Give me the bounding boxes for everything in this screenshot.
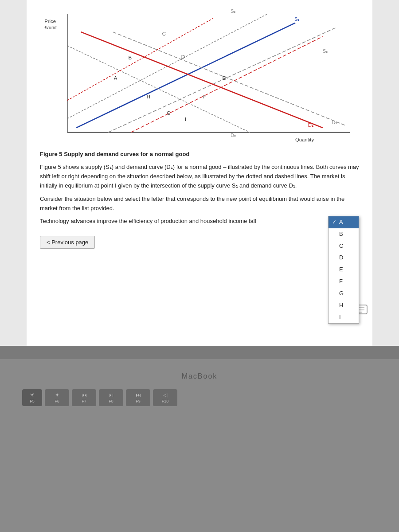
point-i-label: I [185, 117, 186, 122]
content-area: Price £/unit Quantity S₁ S₂ S₃ D₁ [27, 0, 372, 346]
function-key-row: ☀ F5 ✦ F6 ⏮ F7 ⏯ F8 ⏭ F9 ◁ F10 [22, 389, 377, 406]
dropdown-option-c[interactable]: C [329, 240, 359, 252]
prev-page-button[interactable]: < Previous page [40, 236, 95, 249]
svg-line-7 [113, 32, 346, 125]
point-a-label: A [114, 75, 117, 81]
figure-caption: Figure 5 Supply and demand curves for a … [40, 151, 359, 157]
dropdown-option-i[interactable]: I [329, 311, 359, 323]
f9-icon: ⏭ [136, 392, 141, 398]
dropdown-option-e[interactable]: E [329, 264, 359, 276]
f7-icon: ⏮ [82, 392, 87, 398]
point-g-label: G [167, 110, 171, 116]
s1-label: S₁ [294, 16, 300, 22]
brand-label: MacBook [182, 372, 218, 380]
f7-label: F7 [82, 399, 86, 403]
f7-key[interactable]: ⏮ F7 [72, 389, 96, 406]
svg-line-5 [81, 32, 323, 128]
dropdown-option-a[interactable]: ✓A [329, 216, 359, 228]
f8-icon: ⏯ [109, 392, 114, 398]
technology-question-text: Technology advances improve the efficien… [40, 217, 325, 226]
screen: Price £/unit Quantity S₁ S₂ S₃ D₁ [0, 0, 399, 346]
option-check-a: ✓ [332, 218, 339, 227]
f6-label: F6 [55, 399, 59, 403]
point-c-label: C [162, 31, 166, 36]
d2-label: D₂ [231, 133, 236, 138]
f6-key[interactable]: ✦ F6 [45, 389, 69, 406]
s2-label: S₂ [231, 9, 236, 14]
technology-question-row: Technology advances improve the efficien… [40, 217, 359, 229]
f10-label: F10 [162, 399, 169, 403]
f5-icon: ☀ [30, 392, 35, 398]
d1-label: D₁ [308, 122, 313, 128]
x-axis-label: Quantity [295, 137, 314, 142]
answer-dropdown-wrapper[interactable]: ✓ A ✓A B C D [328, 216, 359, 229]
chart-container: Price £/unit Quantity S₁ S₂ S₃ D₁ [40, 9, 359, 146]
point-e-label: E [222, 75, 226, 81]
f9-label: F9 [136, 399, 141, 403]
f10-icon: ◁ [163, 392, 167, 398]
f5-label: F5 [30, 399, 35, 403]
laptop-body: MacBook ☀ F5 ✦ F6 ⏮ F7 ⏯ F8 ⏭ F9 [0, 346, 399, 532]
f5-key[interactable]: ☀ F5 [22, 389, 42, 406]
point-h-label: H [147, 94, 150, 99]
d3-label: D₃ [332, 120, 337, 125]
f8-key[interactable]: ⏯ F8 [99, 389, 123, 406]
supply-demand-chart: Price £/unit Quantity S₁ S₂ S₃ D₁ [40, 9, 359, 146]
dropdown-option-b[interactable]: B [329, 228, 359, 240]
dropdown-list[interactable]: ✓A B C D E F [328, 216, 359, 324]
dropdown-option-g[interactable]: G [329, 288, 359, 300]
svg-line-2 [76, 23, 295, 128]
point-f-label: F [203, 94, 206, 99]
dropdown-option-h[interactable]: H [329, 300, 359, 312]
point-d-label: D [181, 54, 185, 59]
point-b-label: B [129, 55, 132, 60]
laptop-bezel [0, 346, 399, 359]
navigation-row: < Previous page page > [40, 236, 359, 249]
f8-label: F8 [109, 399, 113, 403]
body-text-2: Consider the situation below and select … [40, 195, 359, 213]
body-text-1: Figure 5 shows a supply (S₁) and demand … [40, 163, 359, 190]
dropdown-option-f[interactable]: F [329, 276, 359, 288]
y-axis-unit-label: £/unit [44, 25, 57, 30]
svg-line-8 [67, 18, 213, 100]
f9-key[interactable]: ⏭ F9 [126, 389, 150, 406]
f10-key[interactable]: ◁ F10 [153, 389, 177, 406]
f6-icon: ✦ [55, 392, 59, 398]
y-axis-label: Price [44, 19, 56, 24]
s3-label: S₃ [323, 48, 328, 54]
keyboard-area: ☀ F5 ✦ F6 ⏮ F7 ⏯ F8 ⏭ F9 ◁ F10 [22, 389, 377, 410]
dropdown-option-d[interactable]: D [329, 252, 359, 264]
